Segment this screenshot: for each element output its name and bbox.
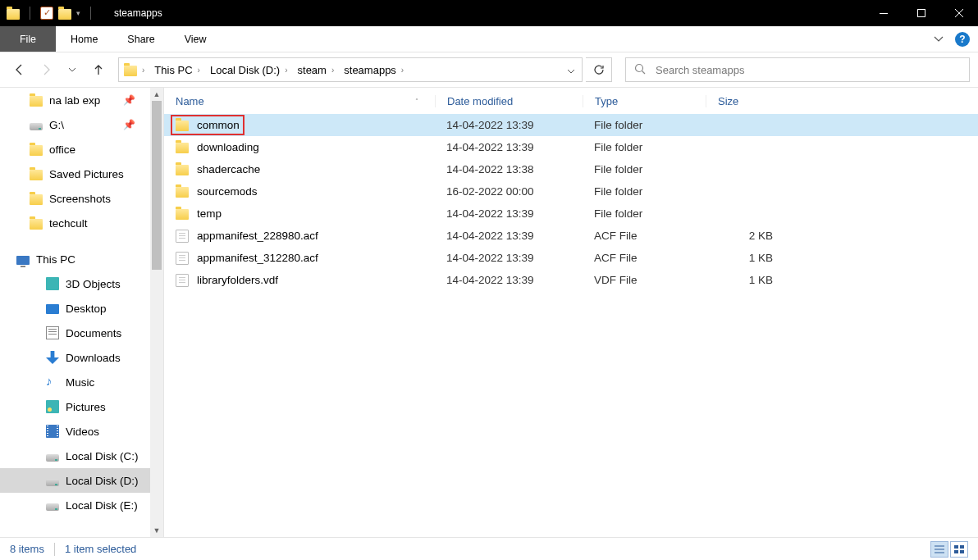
svg-rect-5 [954, 550, 958, 553]
file-tab[interactable]: File [0, 26, 56, 52]
column-headers: Name˄ Date modified Type Size [164, 88, 978, 114]
sidebar-item[interactable]: Documents [0, 321, 150, 345]
sidebar-item[interactable]: techcult [0, 211, 150, 235]
navigation-bar: › This PC› Local Disk (D:)› steam› steam… [0, 52, 978, 87]
file-row[interactable]: common14-04-2022 13:39File folder [164, 114, 978, 136]
details-view-button[interactable] [930, 541, 948, 558]
file-icon [176, 230, 189, 243]
sidebar-item[interactable]: Local Disk (C:) [0, 444, 150, 468]
music-icon: ♪ [46, 376, 59, 389]
svg-rect-6 [960, 550, 964, 553]
chevron-right-icon[interactable]: › [285, 66, 287, 75]
chevron-right-icon[interactable]: › [401, 66, 404, 75]
help-button[interactable]: ? [955, 32, 970, 47]
sidebar-item[interactable]: 3D Objects [0, 271, 150, 296]
title-bar: ✓ ▾ steamapps [0, 0, 978, 26]
address-dropdown-icon[interactable] [560, 62, 582, 77]
file-row[interactable]: temp14-04-2022 13:39File folder [164, 203, 978, 225]
properties-icon[interactable]: ✓ [40, 7, 53, 20]
sidebar-item[interactable]: Saved Pictures [0, 162, 150, 186]
folder-icon [30, 145, 43, 156]
tab-share[interactable]: Share [112, 26, 169, 52]
disk-icon [30, 123, 43, 130]
ribbon-expand-icon[interactable] [925, 26, 952, 52]
search-placeholder: Search steamapps [656, 64, 744, 76]
ribbon-tabs: File Home Share View ? [0, 26, 978, 52]
chevron-right-icon[interactable]: › [331, 66, 334, 75]
tab-home[interactable]: Home [56, 26, 112, 52]
sidebar-item[interactable]: Local Disk (D:) [0, 468, 150, 493]
search-box[interactable]: Search steamapps [625, 57, 970, 82]
breadcrumb-item[interactable]: steam› [293, 58, 340, 81]
svg-rect-4 [960, 545, 964, 549]
sidebar-item[interactable]: Screenshots [0, 186, 150, 211]
forward-button[interactable] [34, 58, 57, 81]
address-bar[interactable]: › This PC› Local Disk (D:)› steam› steam… [118, 57, 583, 82]
up-button[interactable] [87, 58, 110, 81]
window-controls [865, 0, 978, 26]
file-row[interactable]: libraryfolders.vdf14-04-2022 13:39VDF Fi… [164, 269, 978, 291]
sidebar-item[interactable]: Desktop [0, 296, 150, 321]
large-icons-view-button[interactable] [950, 541, 968, 558]
scroll-down-icon[interactable]: ▼ [150, 524, 163, 537]
file-icon [176, 274, 189, 287]
qat-dropdown-icon[interactable]: ▾ [76, 9, 80, 17]
breadcrumb-item[interactable]: steamapps› [339, 58, 409, 81]
pin-icon: 📌 [123, 119, 135, 130]
file-row[interactable]: shadercache14-04-2022 13:38File folder [164, 158, 978, 180]
folder-icon [7, 9, 20, 20]
desktop-icon [46, 304, 59, 314]
search-icon [634, 63, 646, 77]
folder-icon [176, 121, 189, 131]
folder-icon [176, 143, 189, 153]
close-button[interactable] [940, 0, 978, 26]
sidebar-item[interactable]: na lab exp📌 [0, 88, 150, 112]
column-size[interactable]: Size [706, 95, 784, 107]
maximize-button[interactable] [903, 0, 940, 26]
file-row[interactable]: appmanifest_312280.acf14-04-2022 13:39AC… [164, 247, 978, 269]
sidebar-item[interactable]: Downloads [0, 345, 150, 370]
folder-icon[interactable] [58, 9, 71, 20]
folder-icon [30, 194, 43, 205]
sidebar-item[interactable]: office [0, 137, 150, 162]
breadcrumb-item[interactable]: This PC› [149, 58, 205, 81]
sidebar-this-pc[interactable]: This PC [0, 247, 150, 271]
column-name[interactable]: Name˄ [164, 95, 435, 107]
column-date[interactable]: Date modified [435, 95, 583, 107]
sidebar-item[interactable]: Videos [0, 419, 150, 444]
scrollbar-thumb[interactable] [152, 101, 162, 270]
folder-icon [30, 96, 43, 107]
recent-locations-button[interactable] [61, 58, 84, 81]
chevron-right-icon[interactable]: › [142, 66, 144, 75]
video-icon [46, 425, 59, 438]
tab-view[interactable]: View [170, 26, 222, 52]
folder-icon [176, 209, 189, 220]
selection-count: 1 item selected [65, 543, 136, 555]
folder-icon [30, 219, 43, 230]
file-row[interactable]: appmanifest_228980.acf14-04-2022 13:39AC… [164, 225, 978, 247]
disk-icon [46, 479, 59, 486]
status-bar: 8 items 1 item selected [0, 537, 978, 560]
file-row[interactable]: sourcemods16-02-2022 00:00File folder [164, 180, 978, 203]
folder-icon [176, 165, 189, 175]
docs-icon [46, 326, 59, 339]
sidebar-item[interactable]: G:\📌 [0, 112, 150, 137]
folder-icon [124, 66, 137, 76]
sidebar-item[interactable]: Local Disk (E:) [0, 493, 150, 517]
file-icon [176, 252, 189, 265]
minimize-button[interactable] [865, 0, 903, 26]
sidebar-item[interactable]: Pictures [0, 394, 150, 419]
sidebar-scrollbar[interactable]: ▲ ▼ [150, 88, 163, 537]
breadcrumb-item[interactable]: Local Disk (D:)› [205, 58, 293, 81]
file-row[interactable]: downloading14-04-2022 13:39File folder [164, 136, 978, 158]
pics-icon [46, 400, 59, 413]
disk-icon [46, 454, 59, 462]
refresh-button[interactable] [586, 57, 612, 82]
disk-icon [46, 503, 59, 511]
scroll-up-icon[interactable]: ▲ [150, 88, 163, 101]
column-type[interactable]: Type [583, 95, 706, 107]
back-button[interactable] [8, 58, 31, 81]
chevron-right-icon[interactable]: › [198, 66, 200, 75]
sidebar-item[interactable]: ♪Music [0, 370, 150, 394]
breadcrumb-root[interactable]: › [119, 58, 149, 81]
